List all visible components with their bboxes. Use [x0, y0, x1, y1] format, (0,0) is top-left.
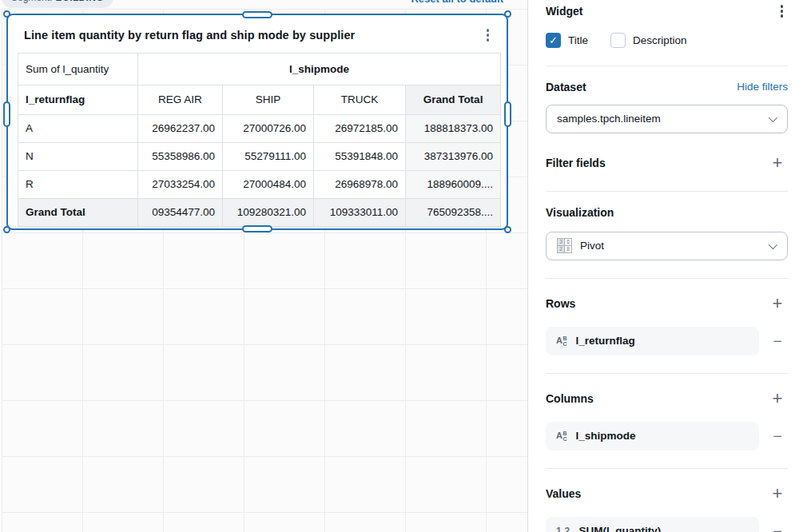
remove-column-field-button[interactable]: − [767, 428, 788, 444]
widget-config-panel: Widget ✓ Title Description Dataset Hide … [527, 0, 799, 532]
pivot-cell: 55279111.00 [223, 142, 314, 170]
pivot-row-label: R [18, 170, 138, 198]
pivot-cell: 55358986.00 [138, 142, 223, 170]
divider [546, 278, 788, 279]
pivot-row: N 55358986.00 55279111.00 55391848.00 38… [18, 142, 501, 170]
filter-fields-heading: Filter fields [546, 157, 606, 169]
rows-heading: Rows [546, 297, 575, 310]
pivot-row-label: Grand Total [18, 198, 138, 226]
widget-title: Line item quantity by return flag and sh… [24, 29, 355, 42]
divider [546, 191, 788, 192]
pivot-grand-total-row: Grand Total 09354477.00 109280321.00 109… [18, 198, 501, 226]
pivot-row-dimension-label: l_returnflag [18, 85, 138, 114]
pivot-col-header-grand-total: Grand Total [406, 85, 501, 114]
values-field-pill[interactable]: 1.2 SUM(l_quantity) [546, 517, 759, 532]
values-field-label: SUM(l_quantity) [579, 525, 662, 532]
segment-filter-badge[interactable]: Segment:BUILDING [2, 0, 113, 8]
columns-heading: Columns [546, 392, 594, 405]
title-checkbox[interactable]: ✓ Title [546, 33, 588, 48]
pivot-cell: 109280321.00 [223, 198, 314, 226]
pivot-cell: 26968978.00 [314, 170, 406, 198]
checkbox-checked-icon[interactable]: ✓ [546, 33, 561, 48]
dataset-heading: Dataset [546, 81, 586, 93]
add-filter-button[interactable]: + [767, 153, 788, 173]
pivot-cell-grand-total: 188818373.00 [406, 114, 501, 142]
dataset-select-value: samples.tpch.lineitem [557, 113, 761, 125]
number-type-icon: 1.2 [556, 526, 570, 532]
divider [546, 66, 788, 66]
pivot-row: A 26962237.00 27000726.00 26972185.00 18… [18, 114, 501, 142]
resize-handle-left[interactable] [3, 101, 10, 127]
pivot-cell: 55391848.00 [314, 142, 406, 170]
pivot-cell: 27000484.00 [223, 170, 314, 198]
chevron-down-icon [769, 240, 777, 248]
columns-field-pill[interactable]: ABC l_shipmode [546, 422, 759, 451]
add-value-field-button[interactable]: + [767, 483, 788, 504]
pivot-cell: 27000726.00 [223, 114, 314, 142]
chevron-down-icon [769, 113, 777, 121]
segment-filter-label: Segment: [11, 0, 52, 3]
pivot-row-label: N [18, 142, 138, 170]
title-checkbox-label: Title [568, 34, 588, 46]
pivot-row: R 27033254.00 27000484.00 26968978.00 18… [18, 170, 501, 198]
description-checkbox[interactable]: Description [610, 33, 687, 48]
pivot-cell: 26962237.00 [138, 114, 223, 142]
reset-all-link[interactable]: Reset all to default [411, 0, 503, 6]
add-row-field-button[interactable]: + [767, 293, 788, 314]
segment-filter-value: BUILDING [55, 0, 103, 3]
dataset-select[interactable]: samples.tpch.lineitem [546, 105, 788, 133]
remove-value-field-button[interactable]: − [767, 523, 788, 532]
hide-filters-link[interactable]: Hide filters [737, 81, 788, 93]
pivot-row-label: A [18, 114, 138, 142]
widget-menu-icon[interactable] [482, 26, 495, 45]
visualization-heading: Visualization [546, 206, 614, 219]
resize-handle-top[interactable] [242, 11, 272, 18]
remove-row-field-button[interactable]: − [767, 333, 788, 349]
description-checkbox-label: Description [633, 34, 687, 46]
string-type-icon: ABC [556, 431, 567, 442]
string-type-icon: ABC [556, 335, 567, 347]
pivot-measure-label: Sum of l_quantity [18, 53, 138, 85]
pivot-table: Sum of l_quantity l_shipmode l_returnfla… [18, 53, 501, 227]
divider [546, 373, 788, 374]
pivot-cell: 09354477.00 [138, 198, 223, 226]
pivot-col-header: TRUCK [314, 85, 406, 114]
pivot-cell: 27033254.00 [138, 170, 223, 198]
pivot-col-header: REG AIR [138, 85, 223, 114]
add-column-field-button[interactable]: + [767, 388, 788, 409]
checkbox-unchecked-icon[interactable] [610, 33, 626, 48]
pivot-cell-grand-total: 188960009.... [406, 170, 501, 198]
divider [546, 468, 788, 469]
resize-handle-top-right[interactable] [504, 10, 511, 18]
pivot-cell-grand-total: 387313976.00 [406, 142, 501, 170]
dashboard-canvas[interactable]: Segment:BUILDING Reset all to default Li… [0, 0, 527, 532]
resize-handle-top-left[interactable] [3, 10, 10, 18]
pivot-cell: 109333011.00 [314, 198, 406, 226]
resize-handle-bottom-right[interactable] [504, 226, 511, 233]
resize-handle-bottom-left[interactable] [3, 226, 10, 233]
pivot-viz-icon: 36 28 [557, 238, 572, 253]
values-heading: Values [546, 487, 581, 500]
panel-title: Widget [546, 5, 583, 18]
rows-field-pill[interactable]: ABC l_returnflag [546, 327, 759, 355]
columns-field-label: l_shipmode [576, 430, 636, 442]
pivot-cell: 26972185.00 [314, 114, 406, 142]
rows-field-label: l_returnflag [576, 335, 635, 347]
pivot-col-header: SHIP [223, 85, 314, 114]
resize-handle-right[interactable] [504, 101, 511, 127]
pivot-cell-grand-total: 765092358.... [406, 198, 501, 226]
pivot-widget-card[interactable]: Line item quantity by return flag and sh… [6, 14, 508, 230]
visualization-select-value: Pivot [580, 240, 761, 252]
resize-handle-bottom[interactable] [242, 225, 272, 232]
panel-menu-icon[interactable] [776, 2, 789, 21]
visualization-select[interactable]: 36 28 Pivot [546, 232, 788, 260]
pivot-column-group-label: l_shipmode [138, 53, 501, 85]
